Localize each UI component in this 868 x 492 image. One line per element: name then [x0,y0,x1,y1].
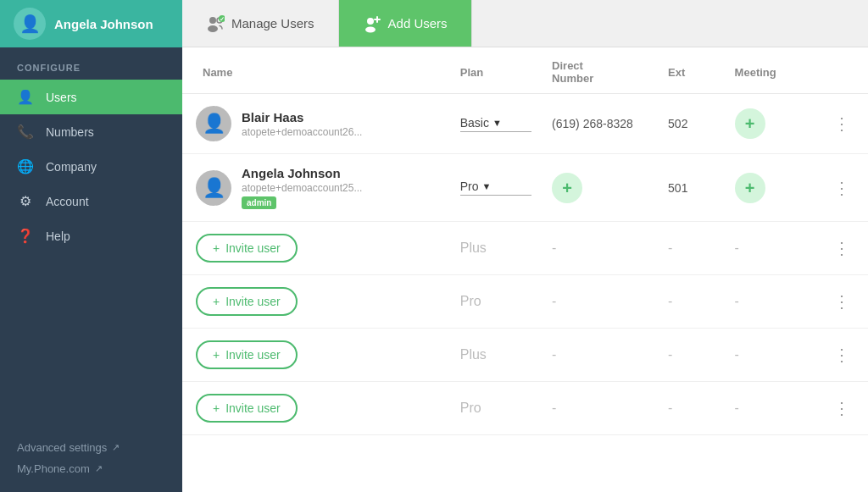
ext-invite-1: - [668,240,672,255]
user-cell-angela: 👤 Angela Johnson atopete+demoaccount25..… [196,166,440,209]
advanced-settings-link[interactable]: Advanced settings ↗ [17,441,165,454]
svg-point-5 [367,18,374,25]
more-options-button-invite-4[interactable]: ⋮ [826,396,858,420]
sidebar-item-label-users: Users [46,91,77,104]
meeting-invite-2: - [735,294,739,308]
user-info-blair: Blair Haas atopete+demoaccount26... [242,110,362,138]
svg-text:✓: ✓ [220,16,225,22]
meeting-invite-3: - [735,347,739,362]
configure-label: CONFIGURE [0,47,182,80]
user-name-blair: Blair Haas [242,110,362,124]
plan-select-angela[interactable]: Pro ▼ [460,180,531,196]
tab-manage-users-label: Manage Users [231,16,314,30]
plan-value-angela: Pro [460,180,479,193]
external-link-icon: ↗ [112,442,120,453]
invite-plus-icon-3: + [213,348,220,362]
meeting-invite-4: - [735,401,739,415]
col-actions [816,47,868,94]
invite-user-button-4[interactable]: + Invite user [196,394,298,423]
invite-plus-icon-1: + [213,241,220,255]
chevron-down-icon-angela: ▼ [482,181,492,191]
more-options-button-invite-1[interactable]: ⋮ [826,236,858,260]
user-info-angela: Angela Johnson atopete+demoaccount25... … [242,166,362,209]
ext-angela: 501 [668,181,687,195]
col-plan: Plan [450,47,542,94]
my-phone-label: My.Phone.com [17,462,90,475]
table-row: + Invite user Plus - - - ⋮ [182,222,868,275]
sidebar: 👤 Angela Johnson CONFIGURE 👤 Users 📞 Num… [0,0,182,492]
direct-invite-1: - [552,240,556,255]
tab-manage-users[interactable]: ✓ Manage Users [182,0,339,47]
svg-point-0 [209,17,216,24]
col-ext: Ext [658,47,725,94]
table-row: + Invite user Plus - - - ⋮ [182,329,868,382]
users-table: Name Plan DirectNumber Ext Meeting 👤 B [182,47,868,435]
direct-invite-4: - [552,401,556,415]
gear-icon: ⚙ [17,193,34,209]
invite-user-label-3: Invite user [225,348,281,362]
col-direct-number: DirectNumber [542,47,658,94]
plan-invite-4: Pro [460,401,481,415]
table-row: 👤 Angela Johnson atopete+demoaccount25..… [182,154,868,222]
user-email-blair: atopete+demoaccount26... [242,126,362,138]
user-email-angela: atopete+demoaccount25... [242,182,362,194]
sidebar-item-company[interactable]: 🌐 Company [0,149,182,184]
ext-invite-3: - [668,347,672,362]
ext-blair: 502 [668,117,687,130]
chevron-down-icon: ▼ [492,118,502,128]
svg-point-6 [365,26,376,32]
sidebar-footer: Advanced settings ↗ My.Phone.com ↗ [0,428,182,492]
plan-select-blair[interactable]: Basic ▼ [460,116,531,132]
manage-users-icon: ✓ [206,14,225,32]
invite-user-label-2: Invite user [225,295,281,308]
table-row: 👤 Blair Haas atopete+demoaccount26... Ba… [182,94,868,154]
sidebar-item-label-help: Help [46,229,70,243]
sidebar-user-name: Angela Johnson [54,17,153,31]
invite-user-label-1: Invite user [225,241,281,255]
phone-icon: 📞 [17,124,34,140]
add-meeting-button-blair[interactable]: + [735,108,765,139]
more-options-button-angela[interactable]: ⋮ [826,176,858,200]
col-name: Name [182,47,450,94]
user-cell-blair: 👤 Blair Haas atopete+demoaccount26... [196,106,440,141]
invite-user-button-1[interactable]: + Invite user [196,234,298,263]
ext-invite-2: - [668,294,672,308]
invite-plus-icon-4: + [213,401,220,415]
advanced-settings-label: Advanced settings [17,441,107,454]
svg-point-1 [208,25,218,32]
avatar: 👤 [14,8,46,40]
main-content: ✓ Manage Users Add Users Name [182,0,868,492]
sidebar-item-account[interactable]: ⚙ Account [0,184,182,218]
more-options-button-invite-3[interactable]: ⋮ [826,343,858,367]
direct-invite-2: - [552,294,556,308]
add-meeting-button-angela[interactable]: + [735,173,765,203]
invite-user-button-2[interactable]: + Invite user [196,287,298,316]
table-row: + Invite user Pro - - - ⋮ [182,275,868,329]
external-link-icon-2: ↗ [95,463,103,474]
sidebar-item-numbers[interactable]: 📞 Numbers [0,114,182,149]
more-options-button-blair[interactable]: ⋮ [826,112,858,135]
invite-user-button-3[interactable]: + Invite user [196,340,298,369]
table-row: + Invite user Pro - - - ⋮ [182,382,868,435]
add-users-icon [363,14,381,32]
sidebar-item-help[interactable]: ❓ Help [0,218,182,253]
plan-invite-1: Plus [460,240,487,255]
add-direct-number-button-angela[interactable]: + [552,173,582,203]
user-name-angela: Angela Johnson [242,166,362,180]
direct-invite-3: - [552,347,556,362]
sidebar-item-users[interactable]: 👤 Users [0,80,182,114]
users-table-wrap: Name Plan DirectNumber Ext Meeting 👤 B [182,47,868,492]
avatar-angela: 👤 [196,170,231,206]
more-options-button-invite-2[interactable]: ⋮ [826,290,858,313]
sidebar-item-label-company: Company [46,160,97,174]
my-phone-link[interactable]: My.Phone.com ↗ [17,462,165,475]
help-icon: ❓ [17,228,34,244]
sidebar-item-label-account: Account [46,195,89,208]
plan-invite-2: Pro [460,294,481,308]
users-icon: 👤 [17,89,34,105]
tab-add-users[interactable]: Add Users [339,0,472,47]
meeting-invite-1: - [735,240,739,255]
col-meeting: Meeting [725,47,816,94]
sidebar-item-label-numbers: Numbers [46,125,94,139]
admin-badge: admin [242,196,276,209]
